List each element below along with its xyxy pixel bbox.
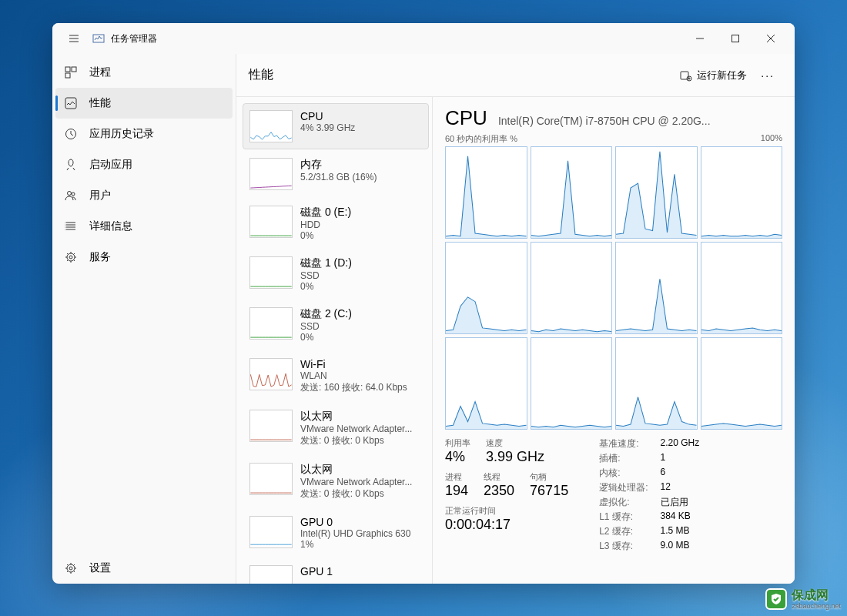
perf-item-title: 内存 [300, 158, 377, 172]
grid-icon [65, 66, 77, 79]
cpu-cell-4 [445, 242, 527, 334]
cpu-cell-7 [701, 242, 783, 334]
sidebar-item-services[interactable]: 服务 [55, 242, 233, 273]
task-manager-window: 任务管理器 进程 性能 应用历史记录 启动应用 [52, 23, 795, 584]
perf-item-7[interactable]: 以太网VMware Network Adapter...发送: 0 接收: 0 … [243, 456, 429, 507]
detail-model: Intel(R) Core(TM) i7-8750H CPU @ 2.20G..… [498, 115, 711, 127]
watermark-badge-icon [765, 588, 787, 610]
svg-marker-27 [446, 402, 527, 429]
svg-marker-28 [531, 425, 612, 429]
sidebar-item-history[interactable]: 应用历史记录 [55, 119, 233, 149]
cpu-cell-8 [445, 337, 527, 430]
history-icon [65, 128, 77, 140]
cpu-cell-0 [445, 146, 527, 239]
sidebar-item-label: 性能 [89, 96, 111, 110]
perf-item-sub: SSD [300, 321, 352, 332]
performance-detail: CPU Intel(R) Core(TM) i7-8750H CPU @ 2.2… [432, 97, 795, 584]
page-title: 性能 [249, 67, 674, 83]
mini-graph-icon [249, 206, 293, 238]
perf-item-4[interactable]: 磁盘 2 (C:)SSD0% [243, 300, 429, 350]
sidebar-item-label: 服务 [89, 250, 111, 264]
svg-point-7 [68, 192, 72, 196]
svg-point-9 [65, 223, 66, 223]
sidebar-item-users[interactable]: 用户 [55, 180, 233, 211]
mini-graph-icon [249, 516, 293, 548]
svg-rect-2 [65, 67, 70, 72]
sidebar: 进程 性能 应用历史记录 启动应用 用户 详细信息 [52, 54, 236, 584]
perf-item-8[interactable]: GPU 0Intel(R) UHD Graphics 6301% [243, 509, 429, 557]
mini-graph-icon [249, 158, 293, 190]
cpu-cell-1 [531, 146, 613, 239]
perf-item-5[interactable]: Wi-FiWLAN发送: 160 接收: 64.0 Kbps [243, 351, 429, 401]
sidebar-item-settings[interactable]: 设置 [55, 553, 233, 584]
cpu-cell-9 [531, 337, 613, 430]
graph-label-right: 100% [761, 133, 782, 145]
perf-item-title: Wi-Fi [300, 358, 407, 370]
perf-item-6[interactable]: 以太网VMware Network Adapter...发送: 0 接收: 0 … [243, 403, 429, 454]
minimize-button[interactable] [682, 26, 718, 51]
perf-item-title: 磁盘 0 (E:) [300, 206, 351, 219]
sidebar-item-details[interactable]: 详细信息 [55, 211, 233, 242]
perf-item-sub: Intel(R) UHD Graphics 630 [300, 528, 410, 539]
svg-point-12 [65, 229, 66, 230]
svg-point-11 [65, 227, 66, 228]
mini-graph-icon [249, 463, 293, 495]
svg-marker-29 [616, 397, 697, 429]
sidebar-item-performance[interactable]: 性能 [55, 88, 233, 119]
perf-item-sub2: 1% [300, 539, 410, 550]
perf-item-sub2: 发送: 160 接收: 64.0 Kbps [300, 381, 407, 394]
stat-uptime: 正常运行时间 0:00:04:17 [445, 505, 568, 533]
sidebar-item-label: 进程 [89, 65, 111, 79]
svg-marker-19 [446, 156, 527, 238]
perf-item-0[interactable]: CPU4% 3.99 GHz [243, 103, 429, 149]
perf-item-sub: VMware Network Adapter... [300, 424, 412, 434]
sidebar-item-label: 设置 [89, 561, 111, 575]
svg-marker-30 [701, 424, 782, 429]
perf-item-title: 磁盘 2 (C:) [300, 307, 352, 321]
more-options-button[interactable]: ··· [753, 66, 782, 85]
stats: 利用率 4% 速度 3.99 GHz 进程 [445, 437, 782, 553]
app-icon [92, 32, 105, 45]
svg-rect-3 [72, 67, 76, 72]
perf-item-sub: HDD [300, 219, 351, 230]
svg-rect-4 [65, 73, 70, 78]
run-task-label: 运行新任务 [697, 69, 747, 82]
perf-item-title: 以太网 [300, 463, 412, 477]
hamburger-menu-button[interactable] [59, 23, 89, 54]
mini-graph-icon [249, 565, 293, 584]
stat-utilization: 利用率 4% [445, 437, 470, 465]
details-icon [65, 220, 77, 233]
users-icon [65, 189, 77, 202]
perf-item-title: 以太网 [300, 410, 412, 424]
stat-handles: 句柄 76715 [530, 471, 568, 499]
watermark: 保成网 zsbaocheng.net [765, 588, 841, 610]
performance-list: CPU4% 3.99 GHz内存5.2/31.8 GB (16%)磁盘 0 (E… [236, 97, 432, 584]
stat-processes: 进程 194 [445, 471, 468, 499]
cpu-cell-5 [531, 242, 613, 334]
perf-item-3[interactable]: 磁盘 1 (D:)SSD0% [243, 249, 429, 299]
cpu-grid [445, 146, 782, 430]
mini-graph-icon [249, 307, 293, 340]
perf-item-title: CPU [300, 110, 355, 122]
mini-graph-icon [249, 256, 293, 289]
sidebar-item-startup[interactable]: 启动应用 [55, 149, 233, 180]
sidebar-item-processes[interactable]: 进程 [55, 57, 233, 88]
titlebar: 任务管理器 [52, 23, 795, 54]
perf-item-2[interactable]: 磁盘 0 (E:)HDD0% [243, 199, 429, 248]
perf-item-sub: 5.2/31.8 GB (16%) [300, 172, 377, 182]
mini-graph-icon [249, 110, 293, 142]
perf-item-title: 磁盘 1 (D:) [300, 256, 352, 270]
cpu-cell-11 [701, 337, 783, 430]
sidebar-item-label: 用户 [89, 189, 111, 203]
sidebar-item-label: 详细信息 [89, 219, 132, 233]
run-task-icon [680, 69, 692, 82]
perf-item-sub: WLAN [300, 370, 407, 381]
maximize-button[interactable] [718, 26, 753, 51]
sidebar-item-label: 启动应用 [89, 158, 132, 172]
perf-item-1[interactable]: 内存5.2/31.8 GB (16%) [243, 151, 429, 197]
run-new-task-button[interactable]: 运行新任务 [674, 65, 753, 85]
perf-item-sub2: 0% [300, 281, 352, 292]
perf-item-9[interactable]: GPU 1 [243, 558, 429, 584]
perf-item-sub: SSD [300, 270, 352, 281]
close-button[interactable] [753, 26, 788, 51]
